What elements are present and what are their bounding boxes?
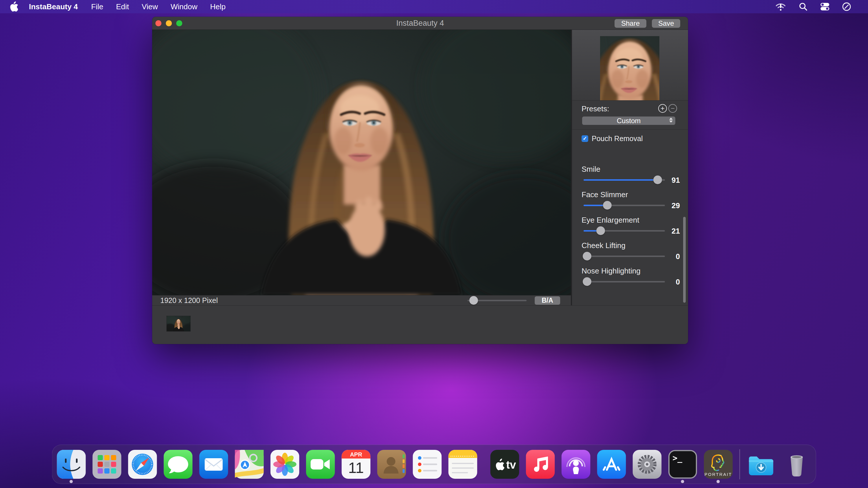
- slider-knob[interactable]: [596, 226, 605, 235]
- menu-app-name[interactable]: InstaBeauty 4: [29, 2, 78, 11]
- portrait-app-label: PORTRAIT: [705, 472, 732, 477]
- dock-messages-icon[interactable]: [164, 450, 193, 479]
- instabeauty-window: InstaBeauty 4 Share Save 1920 x 1200 Pix…: [152, 17, 688, 344]
- wifi-alert-icon[interactable]: [775, 2, 786, 11]
- zoom-slider[interactable]: [468, 300, 527, 301]
- preset-select-value: Custom: [617, 117, 641, 125]
- slider-row-nose-highlighting: Nose Highlighting0: [572, 266, 688, 291]
- dock-downloads-icon[interactable]: [747, 450, 776, 479]
- title-bar[interactable]: InstaBeauty 4 Share Save: [152, 17, 688, 30]
- photo-canvas[interactable]: 1920 x 1200 Pixel B/A: [152, 30, 571, 305]
- zoom-button[interactable]: [176, 20, 182, 26]
- slider-track[interactable]: [584, 230, 665, 232]
- preview-section: [572, 30, 688, 101]
- presets-label: Presets:: [582, 104, 609, 113]
- adjustments-panel: Presets: + − Custom ✓ Pouch Removal Smil…: [572, 30, 688, 305]
- slider-row-face-slimmer: Face Slimmer29: [572, 190, 688, 215]
- save-button[interactable]: Save: [652, 19, 680, 28]
- slider-row-eye-enlargement: Eye Enlargement21: [572, 215, 688, 240]
- slider-row-smile: Smile91: [572, 164, 688, 190]
- remove-preset-button[interactable]: −: [669, 104, 677, 113]
- slider-knob[interactable]: [583, 252, 591, 260]
- dock-notes-icon[interactable]: [448, 450, 477, 479]
- beauty-sliders: Smile91Face Slimmer29Eye Enlargement21Ch…: [572, 164, 688, 291]
- menu-item-file[interactable]: File: [91, 2, 103, 11]
- slider-label: Face Slimmer: [582, 190, 628, 199]
- dock-appletv-icon[interactable]: tv: [490, 450, 519, 479]
- dock-launchpad-icon[interactable]: [93, 450, 122, 479]
- calendar-day-label: 11: [348, 459, 364, 476]
- spotlight-icon[interactable]: [799, 2, 808, 11]
- slider-track[interactable]: [584, 179, 665, 181]
- dock-finder-icon[interactable]: [57, 450, 86, 479]
- filmstrip-thumbnail[interactable]: [167, 316, 190, 331]
- add-preset-button[interactable]: +: [658, 104, 667, 113]
- slider-label: Smile: [582, 165, 600, 174]
- pouch-removal-checkbox[interactable]: ✓: [582, 135, 588, 142]
- slider-knob[interactable]: [583, 277, 591, 286]
- menu-item-view[interactable]: View: [142, 2, 158, 11]
- window-title: InstaBeauty 4: [152, 17, 688, 30]
- slider-label: Nose Highlighting: [582, 266, 641, 275]
- dock-divider: [740, 449, 740, 479]
- slider-value: 91: [664, 176, 680, 185]
- preset-select[interactable]: Custom: [582, 117, 675, 125]
- slider-label: Cheek Lifting: [582, 241, 625, 250]
- chevron-updown-icon: [669, 118, 673, 123]
- menu-bar: InstaBeauty 4 FileEditViewWindowHelp: [0, 0, 868, 13]
- control-center-icon[interactable]: [820, 2, 830, 11]
- slider-track[interactable]: [584, 256, 665, 257]
- dock-music-icon[interactable]: [526, 450, 555, 479]
- dock-appstore-icon[interactable]: [597, 450, 626, 479]
- dock-photos-icon[interactable]: [271, 450, 300, 479]
- edited-photo[interactable]: [152, 30, 571, 295]
- presets-row: Presets: + −: [572, 101, 688, 116]
- dock-terminal-icon[interactable]: >_: [669, 450, 697, 479]
- zoom-slider-knob[interactable]: [469, 296, 478, 305]
- face-preview-thumbnail[interactable]: [600, 36, 659, 100]
- slider-track[interactable]: [584, 205, 665, 206]
- minimize-button[interactable]: [166, 20, 172, 26]
- apple-menu-icon[interactable]: [9, 1, 19, 12]
- slider-knob[interactable]: [603, 201, 612, 209]
- share-button[interactable]: Share: [615, 19, 646, 28]
- slider-value: 21: [664, 227, 680, 236]
- filmstrip: [152, 305, 688, 344]
- canvas-status-bar: 1920 x 1200 Pixel B/A: [152, 295, 571, 305]
- dock-calendar-icon[interactable]: APR 11: [342, 450, 371, 479]
- menu-items: FileEditViewWindowHelp: [91, 2, 226, 11]
- dock-podcasts-icon[interactable]: [562, 450, 591, 479]
- slider-value: 0: [664, 278, 680, 287]
- appletv-label: tv: [506, 459, 516, 471]
- dock-trash-icon[interactable]: [782, 450, 811, 479]
- slider-value: 0: [664, 252, 680, 261]
- slider-value: 29: [664, 201, 680, 210]
- slider-knob[interactable]: [653, 175, 662, 184]
- slider-label: Eye Enlargement: [582, 216, 639, 225]
- before-after-button[interactable]: B/A: [535, 296, 560, 305]
- menu-item-help[interactable]: Help: [210, 2, 225, 11]
- image-size-label: 1920 x 1200 Pixel: [160, 295, 218, 305]
- dock-safari-icon[interactable]: [128, 450, 157, 479]
- dock-system-preferences-icon[interactable]: [633, 450, 662, 479]
- calendar-month-label: APR: [350, 451, 362, 458]
- panel-divider: [572, 129, 688, 130]
- pouch-removal-label: Pouch Removal: [592, 134, 643, 143]
- menu-item-edit[interactable]: Edit: [116, 2, 129, 11]
- dock-reminders-icon[interactable]: [413, 450, 442, 479]
- menu-status-icons: [775, 2, 851, 11]
- dock-maps-icon[interactable]: [235, 450, 264, 479]
- close-button[interactable]: [155, 20, 161, 26]
- menu-item-window[interactable]: Window: [171, 2, 197, 11]
- slider-track[interactable]: [584, 281, 665, 283]
- slider-row-cheek-lifting: Cheek Lifting0: [572, 240, 688, 266]
- clock-icon[interactable]: [842, 2, 851, 11]
- terminal-prompt-label: >_: [673, 453, 683, 463]
- dock-portrait-icon[interactable]: PORTRAIT: [704, 450, 733, 479]
- dock-facetime-icon[interactable]: [306, 450, 335, 479]
- dock-contacts-icon[interactable]: [377, 450, 406, 479]
- panel-scrollbar[interactable]: [683, 217, 686, 303]
- pouch-removal-row[interactable]: ✓ Pouch Removal: [582, 134, 643, 143]
- dock: APR 11: [52, 445, 816, 484]
- dock-mail-icon[interactable]: [199, 450, 228, 479]
